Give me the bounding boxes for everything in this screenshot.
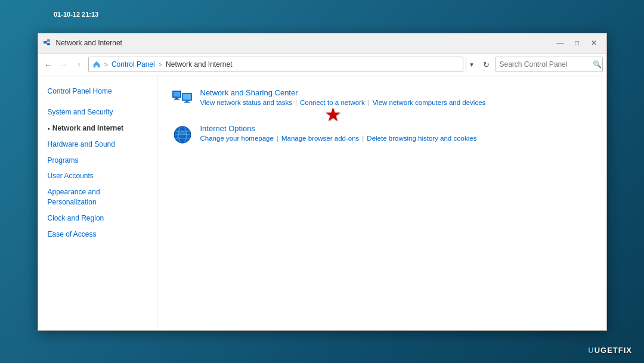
control-panel-window: Network and Internet — □ ✕ ← → ↑ > Contr… — [38, 33, 607, 331]
network-link-2[interactable]: Connect to a network — [300, 99, 365, 106]
sidebar-item-network-internet: Network and Internet — [38, 120, 157, 136]
sidebar-item-system-security[interactable]: System and Security — [38, 104, 157, 120]
svg-rect-6 — [174, 92, 180, 97]
network-sharing-links: View network status and tasks | Connect … — [200, 99, 486, 106]
svg-rect-10 — [183, 94, 191, 100]
close-button[interactable]: ✕ — [586, 36, 602, 49]
ugetfix-rest: UGETFIX — [595, 346, 632, 355]
search-input[interactable] — [496, 57, 593, 72]
search-button[interactable]: 🔍 — [593, 57, 602, 72]
sidebar-item-clock-region[interactable]: Clock and Region — [38, 210, 157, 227]
address-bar: ← → ↑ > Control Panel > Network and Inte… — [38, 54, 606, 76]
window-title-icon — [43, 38, 52, 48]
network-sharing-title[interactable]: Network and Sharing Center — [200, 88, 486, 97]
internet-link-1[interactable]: Change your homepage — [200, 135, 274, 142]
internet-options-item: Internet Options Change your homepage | … — [172, 124, 592, 145]
minimize-button[interactable]: — — [553, 36, 568, 49]
network-sharing-svg — [172, 88, 193, 110]
breadcrumb-current: Network and Internet — [166, 60, 232, 69]
network-sharing-details: Network and Sharing Center View network … — [200, 88, 486, 106]
refresh-button[interactable]: ↻ — [480, 58, 493, 71]
sidebar-item-control-panel-home[interactable]: Control Panel Home — [38, 83, 157, 100]
ugetfix-badge: UUGETFIX — [588, 346, 632, 355]
sidebar-item-ease-access[interactable]: Ease of Access — [38, 227, 157, 243]
taskbar-time: 01-10-12 21:13 — [54, 11, 98, 18]
address-path: > Control Panel > Network and Internet — [88, 57, 463, 72]
internet-options-svg — [172, 124, 193, 145]
internet-options-links: Change your homepage | Manage browser ad… — [200, 135, 477, 142]
title-bar-left: Network and Internet — [43, 38, 122, 48]
svg-rect-12 — [184, 102, 190, 103]
up-button[interactable]: ↑ — [73, 58, 86, 71]
home-icon — [92, 60, 101, 69]
svg-rect-8 — [174, 99, 179, 100]
title-bar: Network and Internet — □ ✕ — [38, 33, 606, 54]
maximize-button[interactable]: □ — [569, 36, 585, 49]
sidebar-item-programs[interactable]: Programs — [38, 153, 157, 169]
svg-line-3 — [47, 41, 47, 42]
title-bar-controls: — □ ✕ — [553, 36, 602, 49]
svg-rect-11 — [185, 101, 188, 102]
internet-options-section: Internet Options Change your homepage | … — [172, 124, 592, 145]
address-dropdown-button[interactable]: ▼ — [466, 57, 478, 72]
svg-line-4 — [47, 42, 47, 44]
network-sharing-icon — [172, 88, 193, 110]
forward-button[interactable]: → — [57, 58, 70, 71]
window-title: Network and Internet — [56, 39, 122, 47]
main-content: Network and Sharing Center View network … — [157, 76, 606, 330]
internet-options-title[interactable]: Internet Options — [200, 124, 477, 133]
breadcrumb-control-panel[interactable]: Control Panel — [112, 60, 155, 69]
breadcrumb-sep-2: > — [159, 61, 162, 68]
svg-rect-2 — [47, 43, 50, 45]
back-button[interactable]: ← — [42, 58, 55, 71]
network-link-3[interactable]: View network computers and devices — [373, 99, 486, 106]
network-sharing-item: Network and Sharing Center View network … — [172, 88, 592, 110]
breadcrumb-sep-1: > — [104, 61, 108, 68]
svg-rect-1 — [47, 39, 50, 42]
sidebar-item-appearance[interactable]: Appearance and Personalization — [38, 184, 157, 210]
sidebar-item-hardware-sound[interactable]: Hardware and Sound — [38, 136, 157, 153]
internet-link-2[interactable]: Manage browser add-ons — [281, 135, 359, 142]
svg-rect-0 — [44, 41, 47, 44]
search-box: 🔍 — [496, 57, 603, 72]
ugetfix-u: U — [588, 346, 594, 355]
internet-options-details: Internet Options Change your homepage | … — [200, 124, 477, 142]
window-content: Control Panel Home System and Security N… — [38, 76, 606, 330]
internet-link-3[interactable]: Delete browsing history and cookies — [367, 135, 476, 142]
network-sharing-section: Network and Sharing Center View network … — [172, 88, 592, 110]
sidebar: Control Panel Home System and Security N… — [38, 76, 157, 330]
svg-rect-7 — [175, 98, 178, 99]
sidebar-item-user-accounts[interactable]: User Accounts — [38, 168, 157, 184]
internet-options-icon — [172, 124, 193, 145]
network-link-1[interactable]: View network status and tasks — [200, 99, 292, 106]
